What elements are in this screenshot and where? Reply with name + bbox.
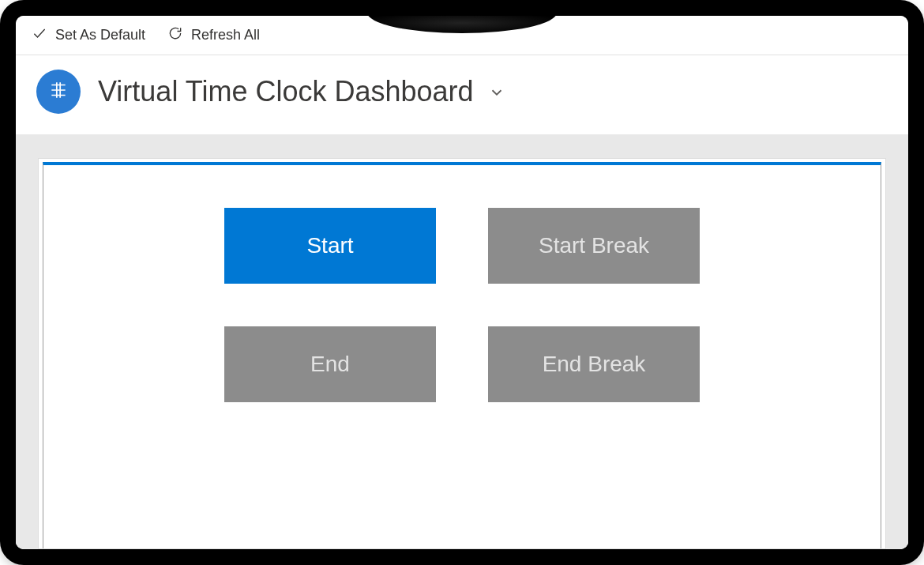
end-break-button[interactable]: End Break <box>488 326 700 402</box>
chevron-down-icon <box>488 75 505 108</box>
set-as-default-button[interactable]: Set As Default <box>32 25 145 45</box>
dashboard-avatar <box>36 70 81 114</box>
action-button-grid: Start Start Break End End Break <box>91 208 833 402</box>
check-icon <box>32 25 47 45</box>
page-title-dropdown[interactable]: Virtual Time Clock Dashboard <box>98 75 505 108</box>
refresh-all-button[interactable]: Refresh All <box>167 25 260 45</box>
dashboard-panel-inner: Start Start Break End End Break <box>43 162 881 548</box>
content-area: Start Start Break End End Break <box>16 134 908 549</box>
start-button[interactable]: Start <box>224 208 436 284</box>
set-as-default-label: Set As Default <box>55 27 145 43</box>
dashboard-panel: Start Start Break End End Break <box>38 158 886 549</box>
refresh-icon <box>167 25 183 45</box>
page-title: Virtual Time Clock Dashboard <box>98 75 474 108</box>
device-frame: Set As Default Refresh All <box>0 0 924 565</box>
dashboard-icon <box>48 80 69 104</box>
page-header: Virtual Time Clock Dashboard <box>16 55 908 134</box>
refresh-all-label: Refresh All <box>191 27 260 43</box>
end-button[interactable]: End <box>224 326 436 402</box>
start-break-button[interactable]: Start Break <box>488 208 700 284</box>
app-screen: Set As Default Refresh All <box>16 16 908 549</box>
